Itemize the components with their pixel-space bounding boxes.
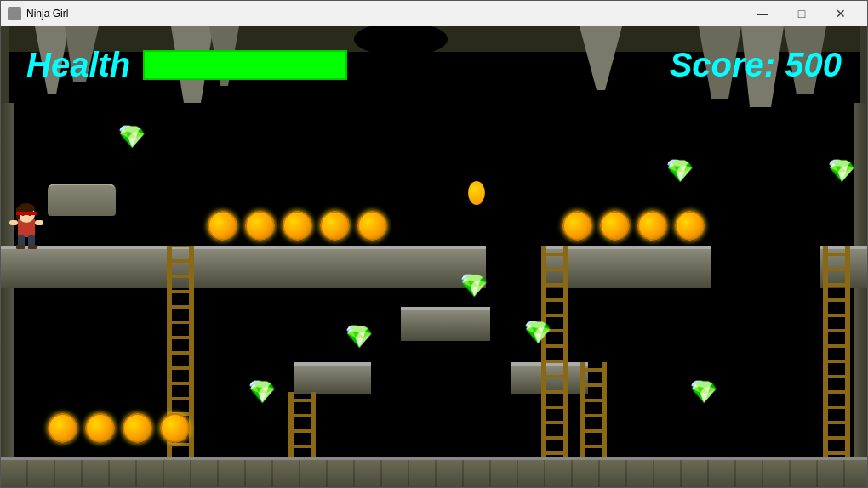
coin-6 (562, 211, 592, 241)
platform-lower-left (294, 362, 371, 394)
health-bar-container (143, 50, 347, 80)
game-window: Ninja Girl — □ ✕ Health Score: 500 (0, 0, 868, 488)
gem-2: 💎 (666, 158, 690, 185)
gem-1: 💎 (118, 124, 142, 151)
gem-7: 💎 (248, 379, 272, 406)
coin-3 (283, 211, 312, 241)
coin-1 (208, 211, 237, 241)
score-display: Score: 500 (670, 46, 842, 84)
health-label: Health (26, 46, 130, 84)
ground-floor (1, 457, 867, 487)
health-section: Health (26, 46, 347, 84)
left-rock (48, 184, 116, 216)
player-ninja-girl (9, 203, 43, 250)
ladder-lower-right (580, 362, 607, 460)
platform-center-small (401, 307, 490, 341)
coin-8 (637, 211, 667, 241)
coin-13 (160, 413, 190, 443)
ladder-second (288, 392, 316, 460)
ladder-mid-right (541, 246, 568, 467)
window-title: Ninja Girl (26, 8, 743, 20)
gem-6: 💎 (345, 324, 369, 351)
coin-falling (467, 181, 486, 205)
maximize-button[interactable]: □ (782, 1, 821, 26)
coin-9 (675, 211, 705, 241)
svg-rect-22 (28, 245, 37, 249)
gem-4: 💎 (460, 273, 484, 300)
coin-7 (600, 211, 630, 241)
close-button[interactable]: ✕ (821, 1, 860, 26)
platform-mid (163, 246, 486, 288)
game-area: Health Score: 500 (1, 26, 867, 487)
gem-5: 💎 (524, 320, 548, 347)
window-icon (8, 7, 21, 20)
coin-2 (245, 211, 275, 241)
coin-12 (123, 413, 152, 443)
left-wall (1, 103, 14, 487)
minimize-button[interactable]: — (743, 1, 782, 26)
platform-left-main (1, 246, 180, 288)
title-bar: Ninja Girl — □ ✕ (1, 1, 867, 26)
window-controls: — □ ✕ (743, 1, 860, 26)
svg-rect-18 (16, 212, 37, 215)
gem-3: 💎 (828, 158, 852, 185)
ladder-far-right (823, 246, 850, 467)
coin-11 (85, 413, 115, 443)
coin-10 (48, 413, 77, 443)
coin-4 (320, 211, 350, 241)
coin-5 (357, 211, 387, 241)
health-bar-fill (145, 52, 345, 78)
svg-rect-24 (35, 220, 43, 225)
hud: Health Score: 500 (1, 26, 867, 103)
svg-rect-21 (16, 245, 25, 249)
gem-8: 💎 (690, 379, 714, 406)
svg-rect-23 (9, 220, 18, 225)
right-wall (854, 103, 867, 487)
